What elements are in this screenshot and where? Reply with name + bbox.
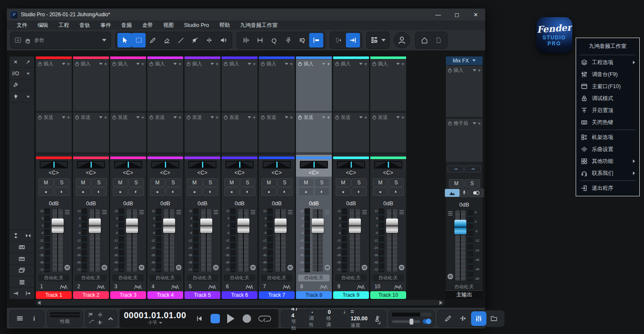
mixer-channel-strip[interactable]: 插入 + 发送 + <C> M [222,56,258,299]
menu-item-song-settings[interactable]: 乐曲设置 [576,143,639,155]
waveform-icon[interactable] [320,284,328,289]
parameter-combo[interactable]: A 参数 [10,32,111,49]
mute-button[interactable]: M [187,178,202,187]
mute-button[interactable]: M [150,178,165,187]
volume-value[interactable]: 0dB [49,200,59,207]
arrow-tool-button[interactable] [117,33,132,47]
meter-mode-button[interactable] [176,264,182,271]
track-name[interactable]: Track 5 [184,291,220,299]
detach-mixer-icon[interactable]: ↗ [22,56,34,68]
dropdown-icon[interactable] [62,63,65,65]
volume-fader[interactable] [88,208,101,272]
dropdown-icon[interactable] [211,116,214,118]
marker-out-icon[interactable] [97,312,105,318]
meter-mode-button[interactable] [361,264,368,271]
mute-button[interactable]: M [224,178,240,187]
volume-value[interactable]: 0dB [123,200,133,207]
monitor-icon[interactable] [445,189,460,197]
time-unit[interactable]: 小节 [148,320,157,326]
volume-value[interactable]: 0dB [197,200,207,207]
mute-tool-button[interactable] [188,33,202,47]
insert-list[interactable] [184,68,220,111]
dropdown-icon[interactable] [173,63,177,65]
io-button[interactable]: I/O [9,68,22,79]
pan-control[interactable] [263,161,291,168]
menu-item-main-window[interactable]: 主窗口(F10) [576,80,639,92]
scroll-left-icon[interactable] [38,301,41,305]
meter-mode-button[interactable] [447,273,454,280]
meter-mode-button[interactable] [138,264,145,271]
add-insert-button[interactable]: + [364,61,367,67]
close-button[interactable]: ✕ [466,9,485,21]
fender-studio-pro-desktop-icon[interactable]: Fender STUDIO PRO [536,17,572,53]
horizontal-scrollbar[interactable] [36,300,444,305]
menu-item-8[interactable]: Studio Pro [179,22,214,28]
power-icon[interactable] [298,115,302,120]
send-list[interactable] [73,122,109,152]
volume-fader[interactable] [311,208,324,272]
dropdown-icon[interactable] [359,63,363,65]
options-icon[interactable] [251,210,255,214]
dropdown-icon[interactable] [136,63,140,65]
monitor-button[interactable]: ◐ [54,187,70,196]
power-icon[interactable] [186,62,191,66]
automation-button[interactable]: 自动化:关 [372,275,404,281]
solo-button[interactable]: S [240,178,255,187]
insert-list[interactable] [370,68,406,111]
stop-button[interactable] [208,311,222,326]
dropdown-icon[interactable] [99,116,102,118]
automation-button[interactable]: 自动化:关 [112,275,144,281]
pan-control[interactable] [188,161,217,168]
add-insert-button[interactable]: + [67,61,70,67]
power-icon[interactable] [448,121,452,126]
waveform-icon[interactable] [208,284,216,289]
io-dropdown[interactable] [22,68,34,79]
keyboard-panel-icon[interactable] [9,253,34,264]
power-icon[interactable] [335,115,340,120]
peak-display-right[interactable]: -∞ [465,166,481,172]
listen-tool-button[interactable] [216,33,230,47]
record-arm-button[interactable]: ● [224,187,240,196]
edit-view-button[interactable] [440,311,456,326]
strip-dropdown[interactable] [22,91,34,102]
mute-button[interactable]: M [336,178,351,187]
send-list[interactable] [147,122,183,152]
mixer-channel-strip[interactable]: 插入 + 发送 + <C> M [296,56,332,299]
volume-value[interactable]: 0dB [346,200,356,207]
insert-list[interactable] [73,68,109,111]
key-signature[interactable]: - 调性 [304,309,321,328]
instrument-rack-icon[interactable] [9,242,34,253]
volume-fader[interactable] [200,208,213,272]
add-insert-button[interactable]: + [252,61,256,67]
menu-item-4[interactable]: 事件 [96,22,116,29]
send-list[interactable] [333,122,369,152]
meter-mode-button[interactable] [213,264,219,271]
hamburger-menu-button[interactable] [12,311,27,326]
play-button[interactable] [224,311,238,326]
send-list[interactable] [184,122,220,152]
record-arm-button[interactable]: ● [150,187,165,196]
power-icon[interactable] [38,62,42,66]
volume-fader[interactable] [386,208,398,272]
record-arm-button[interactable]: ● [187,187,202,196]
automation-button[interactable]: 自动化:关 [261,275,293,281]
pan-knob-button[interactable] [456,311,471,326]
monitor-button[interactable]: ◐ [129,187,144,196]
add-insert-button[interactable]: + [178,61,181,67]
menu-item-6[interactable]: 走带 [138,22,158,29]
mixer-channel-strip[interactable]: 插入 + 发送 + <C> M [370,56,406,299]
power-icon[interactable] [149,62,154,66]
line-tool-button[interactable] [174,33,188,47]
power-icon[interactable] [372,115,377,120]
menu-item-other-functions[interactable]: 其他功能 [576,155,639,167]
chevron-up-icon[interactable] [107,316,114,321]
menu-item-2[interactable]: 工程 [54,22,74,29]
home-button[interactable] [417,33,431,47]
minimize-button[interactable]: — [429,9,448,21]
pan-control[interactable] [77,161,105,168]
performance-widget[interactable]: 性能 [47,310,83,327]
add-insert-button[interactable]: + [290,61,293,67]
mixer-channel-strip[interactable]: 插入 + 发送 + <C> M [73,56,109,299]
automation-curve-icon[interactable] [88,319,96,325]
tempo[interactable]: ♩= 120.00 速度 [338,308,373,328]
